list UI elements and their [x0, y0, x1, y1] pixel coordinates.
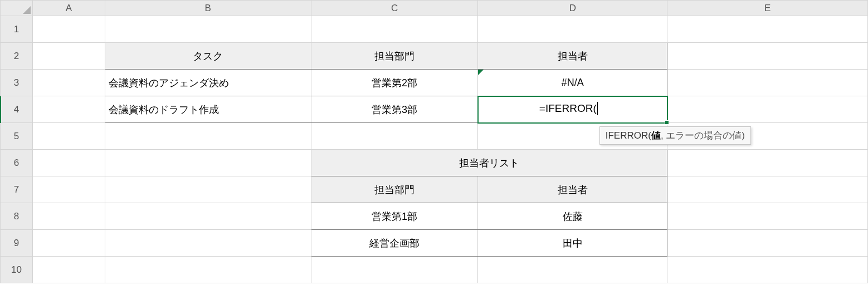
cell-C1[interactable] — [311, 16, 478, 43]
cell-C9[interactable]: 経営企画部 — [311, 230, 478, 257]
cell-C7[interactable]: 担当部門 — [311, 176, 478, 203]
cell-E7[interactable] — [667, 176, 868, 203]
cell-A1[interactable] — [32, 16, 105, 43]
col-header-D[interactable]: D — [478, 1, 667, 16]
cell-E8[interactable] — [667, 203, 868, 230]
cell-A6[interactable] — [32, 150, 105, 176]
col-header-C[interactable]: C — [311, 1, 478, 16]
cell-A9[interactable] — [32, 230, 105, 257]
cell-E2[interactable] — [667, 43, 868, 70]
cell-D2[interactable]: 担当者 — [478, 43, 667, 70]
cell-E4[interactable] — [667, 96, 868, 123]
cell-B1[interactable] — [105, 16, 311, 43]
row-header-10[interactable]: 10 — [1, 257, 33, 283]
row-header-9[interactable]: 9 — [1, 230, 33, 257]
cell-B2[interactable]: タスク — [105, 43, 311, 70]
cell-A5[interactable] — [32, 123, 105, 150]
select-all-corner[interactable] — [1, 1, 33, 16]
cell-C10[interactable] — [311, 257, 478, 283]
cell-C5[interactable] — [311, 123, 478, 150]
cell-D8[interactable]: 佐藤 — [478, 203, 667, 230]
cell-A8[interactable] — [32, 203, 105, 230]
col-header-A[interactable]: A — [32, 1, 105, 16]
row-header-8[interactable]: 8 — [1, 203, 33, 230]
cell-A2[interactable] — [32, 43, 105, 70]
cell-C3[interactable]: 営業第2部 — [311, 70, 478, 96]
row-header-3[interactable]: 3 — [1, 70, 33, 96]
cell-E6[interactable] — [667, 150, 868, 176]
col-header-E[interactable]: E — [667, 1, 868, 16]
cell-B6[interactable] — [105, 150, 311, 176]
cell-D7[interactable]: 担当者 — [478, 176, 667, 203]
cell-C6D6[interactable]: 担当者リスト — [311, 150, 667, 176]
cell-D1[interactable] — [478, 16, 667, 43]
col-header-B[interactable]: B — [105, 1, 311, 16]
cell-C4[interactable]: 営業第3部 — [311, 96, 478, 123]
cell-E1[interactable] — [667, 16, 868, 43]
cell-B4[interactable]: 会議資料のドラフト作成 — [105, 96, 311, 123]
cell-E9[interactable] — [667, 230, 868, 257]
cell-D3[interactable]: #N/A — [478, 70, 667, 96]
cell-B5[interactable] — [105, 123, 311, 150]
cell-A10[interactable] — [32, 257, 105, 283]
cell-E3[interactable] — [667, 70, 868, 96]
cell-D10[interactable] — [478, 257, 667, 283]
cell-B10[interactable] — [105, 257, 311, 283]
cell-C8[interactable]: 営業第1部 — [311, 203, 478, 230]
cell-C2[interactable]: 担当部門 — [311, 43, 478, 70]
row-header-2[interactable]: 2 — [1, 43, 33, 70]
formula-tooltip[interactable]: IFERROR(値, エラーの場合の値) — [599, 126, 751, 145]
cell-A4[interactable] — [32, 96, 105, 123]
cell-E10[interactable] — [667, 257, 868, 283]
cell-B9[interactable] — [105, 230, 311, 257]
row-header-5[interactable]: 5 — [1, 123, 33, 150]
cell-B7[interactable] — [105, 176, 311, 203]
cell-A7[interactable] — [32, 176, 105, 203]
cell-B3[interactable]: 会議資料のアジェンダ決め — [105, 70, 311, 96]
cell-A3[interactable] — [32, 70, 105, 96]
row-header-1[interactable]: 1 — [1, 16, 33, 43]
cell-D4[interactable] — [478, 96, 667, 123]
active-row-indicator — [0, 96, 1, 123]
row-header-6[interactable]: 6 — [1, 150, 33, 176]
row-header-4[interactable]: 4 — [1, 96, 33, 123]
cell-D9[interactable]: 田中 — [478, 230, 667, 257]
cell-B8[interactable] — [105, 203, 311, 230]
error-indicator-icon — [478, 70, 484, 75]
row-header-7[interactable]: 7 — [1, 176, 33, 203]
